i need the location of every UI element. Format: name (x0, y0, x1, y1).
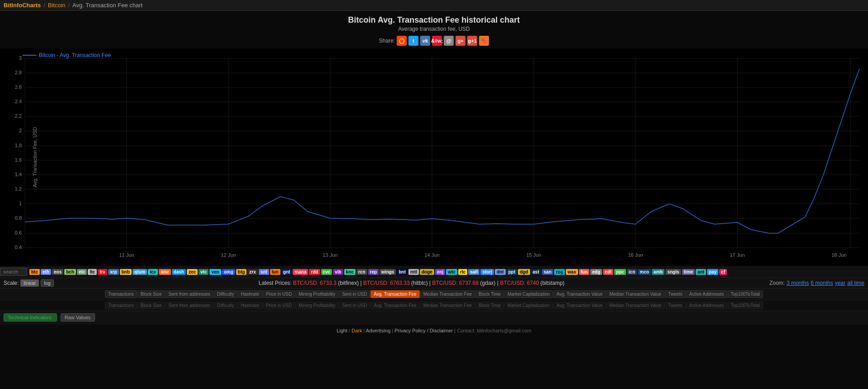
metric-btn-mining-profitability[interactable]: Mining Profitability (295, 290, 338, 298)
ticker-qtum[interactable]: qtum (133, 269, 147, 275)
ticker-ppt[interactable]: ppt (507, 269, 517, 275)
metric2-btn-median-transaction-fee[interactable]: Median Transaction Fee (420, 302, 475, 309)
metric-btn-avg.-transaction-fee[interactable]: Avg. Transaction Fee (370, 290, 419, 298)
metric-btn-hashrate[interactable]: Hashrate (237, 290, 262, 298)
ticker-wax[interactable]: wax (566, 269, 578, 275)
metric-btn-difficulty[interactable]: Difficulty (214, 290, 237, 298)
share-bookmark-button[interactable]: 🔖 (479, 36, 489, 46)
ticker-icn[interactable]: icn (627, 269, 637, 275)
ticker-vib[interactable]: vib (333, 269, 343, 275)
share-gplus-button[interactable]: g+ (455, 36, 465, 46)
metric-btn-top100tototal[interactable]: Top100ToTotal (728, 290, 764, 298)
ticker-ant[interactable]: ant (696, 269, 706, 275)
metric2-btn-avg.-transaction-fee[interactable]: Avg. Transaction Fee (370, 302, 419, 309)
ticker-mco[interactable]: mco (638, 269, 651, 275)
ticker-vtc[interactable]: vtc (199, 269, 209, 275)
metric2-btn-transactions[interactable]: Transactions (105, 302, 137, 309)
metric2-btn-price-in-usd[interactable]: Price in USD (263, 302, 295, 309)
ticker-edg[interactable]: edg (590, 269, 602, 275)
ticker-san[interactable]: san (542, 269, 553, 275)
share-g1-button[interactable]: g+1 (467, 36, 477, 46)
search-input[interactable] (0, 268, 27, 276)
ticker-fun[interactable]: fun (579, 269, 590, 275)
zoom-3months-button[interactable]: 3 months (787, 280, 809, 286)
ticker-bch[interactable]: bch (64, 269, 76, 275)
share-twitter-button[interactable]: t (408, 36, 418, 46)
ticker-wtc[interactable]: wtc (446, 269, 457, 275)
metric2-btn-block-size[interactable]: Block Size (138, 302, 165, 309)
ticker-dnt[interactable]: dnt (495, 269, 506, 275)
metric2-btn-median-transaction-value[interactable]: Median Transaction Value (606, 302, 664, 309)
metric-btn-market-capitalization[interactable]: Market Capitalization (504, 290, 553, 298)
privacy-link[interactable]: Privacy Policy / Disclaimer (394, 328, 453, 333)
metric2-btn-market-capitalization[interactable]: Market Capitalization (504, 302, 553, 309)
ticker-ppc[interactable]: ppc (614, 269, 626, 275)
metric-btn-median-transaction-fee[interactable]: Median Transaction Fee (420, 290, 475, 298)
metric-btn-block-size[interactable]: Block Size (138, 290, 165, 298)
ticker-req[interactable]: req (554, 269, 565, 275)
ticker-mtl[interactable]: mtl (408, 269, 419, 275)
ticker-xmr[interactable]: xmr (159, 269, 171, 275)
metric-btn-price-in-usd[interactable]: Price in USD (263, 290, 295, 298)
ticker-ast[interactable]: ast (531, 269, 541, 275)
ticker-pay[interactable]: pay (707, 269, 718, 275)
ticker-bnb[interactable]: bnb (120, 269, 132, 275)
ticker-eos[interactable]: eos (52, 269, 63, 275)
metric2-btn-top100tototal[interactable]: Top100ToTotal (728, 302, 764, 309)
metric2-btn-sent-from-addresses[interactable]: Sent from addresses (166, 302, 213, 309)
ticker-etc[interactable]: etc (77, 269, 87, 275)
ticker-amb[interactable]: amb (652, 269, 665, 275)
bitcoin-link[interactable]: Bitcoin (48, 2, 66, 9)
ticker-zec[interactable]: zec (187, 269, 198, 275)
ticker-xrp[interactable]: xrp (108, 269, 119, 275)
metric2-btn-mining-profitability[interactable]: Mining Profitability (295, 302, 338, 309)
metric2-btn-difficulty[interactable]: Difficulty (214, 302, 237, 309)
ticker-btg[interactable]: btg (236, 269, 247, 275)
raw-values-button[interactable]: Raw Values (61, 313, 95, 322)
metric-btn-avg.-transaction-value[interactable]: Avg. Transaction Value (553, 290, 606, 298)
ticker-knc[interactable]: knc (344, 269, 356, 275)
ticker-dgd[interactable]: dgd (518, 269, 530, 275)
share-reddit-button[interactable]: ◯ (397, 36, 407, 46)
ticker-cdt[interactable]: cdt (603, 269, 613, 275)
ticker-gnt[interactable]: gnt (281, 269, 292, 275)
ticker-bnt[interactable]: bnt (397, 269, 408, 275)
scale-log-button[interactable]: log (41, 279, 54, 287)
ticker-rlc[interactable]: rlc (458, 269, 467, 275)
ticker-eth[interactable]: eth (41, 269, 51, 275)
ticker-wings[interactable]: wings (379, 269, 396, 275)
metric2-btn-tweets[interactable]: Tweets (665, 302, 686, 309)
metric-btn-block-time[interactable]: Block Time (475, 290, 504, 298)
ticker-snt[interactable]: snt (259, 269, 269, 275)
metric-btn-sent-from-addresses[interactable]: Sent from addresses (166, 290, 213, 298)
ticker-enj[interactable]: enj (435, 269, 445, 275)
ticker-dash[interactable]: dash (172, 269, 186, 275)
ticker-storj[interactable]: storj (480, 269, 494, 275)
metric-btn-transactions[interactable]: Transactions (105, 290, 137, 298)
zoom-year-button[interactable]: year (835, 280, 845, 286)
metric2-btn-sent-in-usd[interactable]: Sent in USD (339, 302, 370, 309)
share-vk-button[interactable]: vk (420, 36, 430, 46)
ticker-rep[interactable]: rep (368, 269, 379, 275)
ticker-zrx[interactable]: zrx (247, 269, 257, 275)
ticker-doge[interactable]: doge (420, 269, 434, 275)
metric2-btn-hashrate[interactable]: Hashrate (237, 302, 262, 309)
ticker-time[interactable]: time (682, 269, 695, 275)
brand-link[interactable]: BitInfoCharts (4, 2, 41, 9)
ticker-cf[interactable]: cf (719, 269, 727, 275)
zoom-6months-button[interactable]: 6 months (811, 280, 833, 286)
metric2-btn-avg.-transaction-value[interactable]: Avg. Transaction Value (553, 302, 606, 309)
zoom-alltime-button[interactable]: all time (847, 280, 864, 286)
ticker-trx[interactable]: trx (98, 269, 107, 275)
ticker-omg[interactable]: omg (222, 269, 235, 275)
ticker-btc[interactable]: btc (29, 269, 40, 275)
share-mail-button[interactable]: @ (444, 36, 454, 46)
ticker-sngls[interactable]: sngls (665, 269, 681, 275)
ticker-lun[interactable]: lun (270, 269, 280, 275)
metric2-btn-active-addresses[interactable]: Active Addresses (686, 302, 727, 309)
ticker-cvc[interactable]: cvc (321, 269, 332, 275)
ticker-rcn[interactable]: rcn (356, 269, 367, 275)
ticker-salt[interactable]: salt (468, 269, 479, 275)
ticker-ven[interactable]: ven (209, 269, 221, 275)
advertising-link[interactable]: Advertising (366, 328, 390, 333)
